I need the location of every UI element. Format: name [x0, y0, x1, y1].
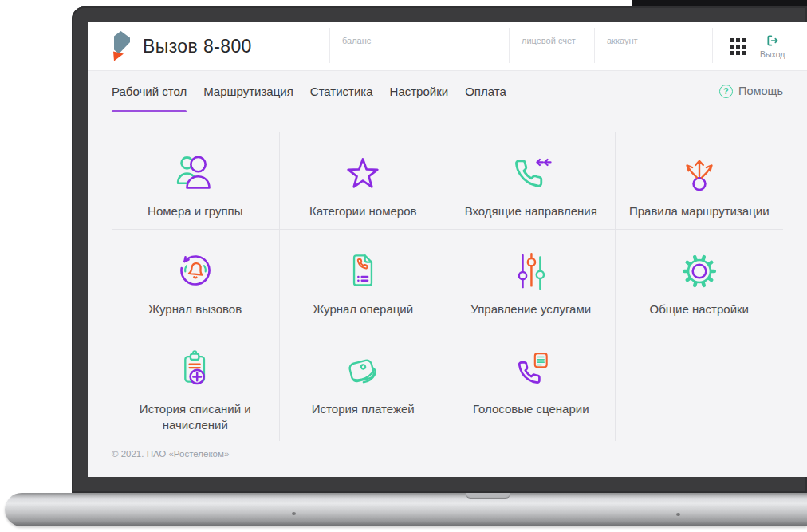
- tile-sliders[interactable]: Управление услугами: [447, 230, 616, 329]
- help-label: Помощь: [738, 85, 783, 97]
- tile-label: Правила маршрутизации: [629, 203, 770, 219]
- nav-tabs: Рабочий столМаршрутизацияСтатистикаНастр…: [112, 70, 523, 112]
- tab-3[interactable]: Статистика: [310, 70, 373, 112]
- call-log-icon: [173, 248, 218, 294]
- tile-label: Управление услугами: [470, 301, 591, 317]
- operations-log-icon: [341, 248, 385, 294]
- incoming-call-icon: [509, 150, 553, 196]
- question-circle-icon: [719, 85, 733, 98]
- logout-icon: [766, 34, 779, 49]
- logout-label: Выход: [760, 49, 785, 59]
- tile-label: Журнал вызовов: [148, 301, 242, 317]
- apps-grid-icon: [730, 38, 746, 55]
- tile-charges-history[interactable]: История списаний и начислений: [112, 329, 280, 441]
- account-number-cell: лицевой счет: [509, 22, 594, 70]
- tile-label: Журнал операций: [313, 301, 413, 317]
- base-screw: [676, 513, 680, 516]
- header-actions: Выход: [712, 22, 807, 70]
- rostelecom-logo-icon: [112, 31, 130, 61]
- tile-label: Голосовые сценарии: [473, 401, 589, 417]
- tile-users[interactable]: Номера и группы: [112, 132, 280, 230]
- laptop-latch: [466, 493, 510, 499]
- tile-wallet[interactable]: История платежей: [280, 329, 448, 441]
- tile-label: История списаний и начислений: [123, 401, 268, 434]
- app-header: Вызов 8-800 баланс лицевой счет аккаунт: [88, 22, 807, 70]
- account-label: аккаунт: [607, 36, 638, 45]
- tiles-grid: Номера и группыКатегории номеров Входящи…: [112, 132, 783, 441]
- sliders-icon: [509, 248, 553, 294]
- tile-label: Категории номеров: [309, 203, 416, 219]
- routing-arrows-icon: [677, 150, 722, 196]
- base-screw: [292, 512, 296, 515]
- users-icon: [173, 150, 218, 196]
- tile-call-log[interactable]: Журнал вызовов: [112, 230, 280, 329]
- charges-history-icon: [173, 348, 218, 394]
- tile-operations-log[interactable]: Журнал операций: [280, 230, 448, 329]
- help-button[interactable]: Помощь: [719, 70, 783, 112]
- balance-cell: баланс: [329, 22, 509, 70]
- brand: Вызов 8-800: [88, 22, 329, 70]
- tile-star[interactable]: Категории номеров: [280, 132, 448, 230]
- account-number-label: лицевой счет: [522, 36, 576, 45]
- tile-incoming-call[interactable]: Входящие направления: [447, 132, 616, 230]
- wallet-icon: [341, 348, 385, 394]
- logout-button[interactable]: Выход: [760, 34, 785, 59]
- nav-bar: Рабочий столМаршрутизацияСтатистикаНастр…: [88, 70, 807, 112]
- tile-label: Номера и группы: [148, 203, 242, 219]
- tab-5[interactable]: Оплата: [465, 70, 506, 112]
- tile-label: История платежей: [312, 401, 415, 417]
- screen: Вызов 8-800 баланс лицевой счет аккаунт: [88, 22, 807, 477]
- tile-label: Общие настройки: [650, 301, 750, 317]
- tile-label: Входящие направления: [465, 203, 597, 219]
- laptop-base: [5, 493, 807, 526]
- tab-2[interactable]: Маршрутизация: [203, 70, 293, 112]
- copyright-text: © 2021. ПАО «Ростелеком»: [112, 449, 783, 459]
- voice-scripts-icon: [509, 348, 553, 394]
- apps-grid-button[interactable]: [730, 38, 746, 55]
- account-cell: аккаунт: [594, 22, 712, 70]
- star-icon: [341, 150, 385, 196]
- app-title: Вызов 8-800: [143, 36, 252, 57]
- tab-4[interactable]: Настройки: [390, 70, 449, 112]
- balance-label: баланс: [342, 36, 371, 45]
- tile-routing-arrows[interactable]: Правила маршрутизации: [616, 132, 784, 230]
- tab-1[interactable]: Рабочий стол: [112, 70, 187, 112]
- tile-voice-scripts[interactable]: Голосовые сценарии: [447, 329, 616, 441]
- gear-icon: [677, 248, 722, 294]
- tile-gear[interactable]: Общие настройки: [616, 230, 784, 329]
- tile-empty-cell: [616, 329, 784, 441]
